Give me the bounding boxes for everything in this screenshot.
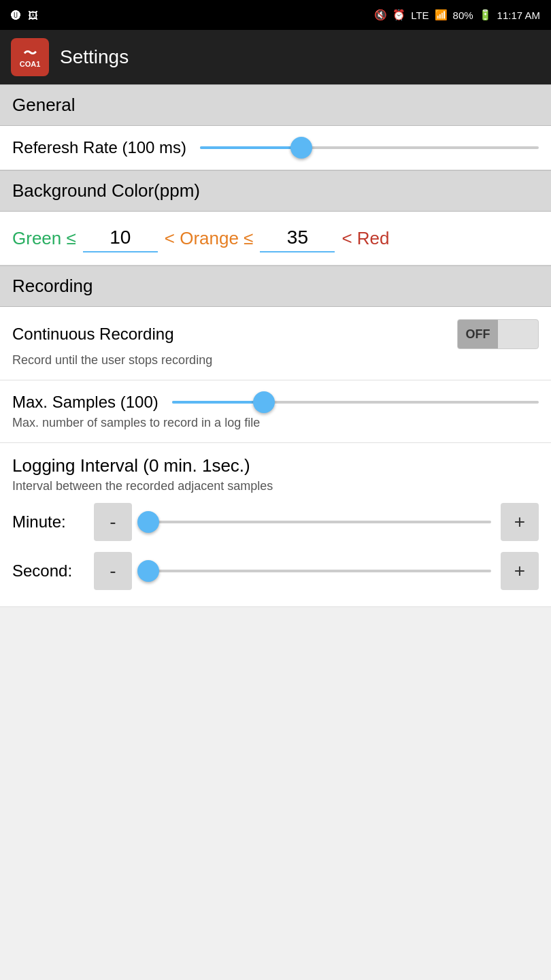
logging-interval-desc: Interval between the recorded adjacent s… — [12, 479, 539, 493]
minute-control: Minute: - + — [12, 503, 539, 541]
toggle-off-label[interactable]: OFF — [458, 320, 498, 348]
mute-icon: 🔇 — [374, 9, 387, 21]
continuous-recording-label: Continuous Recording — [12, 325, 173, 344]
minute-slider[interactable] — [141, 521, 491, 523]
max-samples-label: Max. Samples (100) — [12, 393, 158, 412]
green-value-input[interactable] — [83, 224, 158, 252]
second-control: Second: - + — [12, 552, 539, 590]
image-icon: 🖼 — [28, 10, 38, 21]
general-label: General — [12, 95, 76, 115]
orange-label: < Orange ≤ — [165, 228, 254, 249]
refresh-rate-slider-track[interactable] — [200, 146, 539, 149]
time-display: 11:17 AM — [497, 10, 540, 21]
bg-color-label: Background Color(ppm) — [12, 180, 200, 201]
battery-icon: 🔋 — [479, 9, 492, 21]
minute-increase-button[interactable]: + — [501, 503, 539, 541]
app-icon: 〜 COA1 — [11, 38, 49, 76]
status-bar: 🅤 🖼 🔇 ⏰ LTE 📶 80% 🔋 11:17 AM — [0, 0, 551, 30]
continuous-recording-toggle[interactable]: OFF — [457, 319, 539, 349]
max-samples-desc: Max. number of samples to record in a lo… — [12, 416, 539, 437]
continuous-recording-row: Continuous Recording OFF Record until th… — [0, 307, 551, 380]
recording-label: Recording — [12, 276, 93, 296]
main-content: General Referesh Rate (100 ms) Backgroun… — [0, 84, 551, 980]
app-icon-label: COA1 — [20, 60, 41, 68]
max-samples-slider-fill — [172, 401, 264, 404]
bg-color-section-header: Background Color(ppm) — [0, 170, 551, 212]
second-label: Second: — [12, 561, 87, 581]
refresh-rate-label: Referesh Rate (100 ms) — [12, 138, 186, 157]
minute-decrease-button[interactable]: - — [94, 503, 132, 541]
orange-value-input[interactable] — [260, 224, 335, 252]
continuous-top: Continuous Recording OFF — [12, 319, 539, 349]
max-samples-slider-thumb[interactable] — [253, 391, 275, 413]
refresh-rate-slider-fill — [200, 146, 301, 149]
logging-interval-row: Logging Interval (0 min. 1sec.) Interval… — [0, 443, 551, 607]
waveform-icon: 〜 — [23, 46, 37, 60]
second-slider-thumb[interactable] — [137, 560, 159, 582]
refresh-rate-slider-container[interactable] — [200, 146, 539, 149]
minute-label: Minute: — [12, 512, 87, 532]
toggle-on-area[interactable] — [498, 320, 538, 348]
uc-icon: 🅤 — [11, 10, 21, 21]
logging-interval-title: Logging Interval (0 min. 1sec.) — [12, 455, 539, 476]
second-slider[interactable] — [141, 570, 491, 572]
app-bar-title: Settings — [60, 46, 129, 68]
max-samples-slider-track[interactable] — [172, 401, 539, 404]
refresh-rate-slider-thumb[interactable] — [290, 137, 312, 159]
max-samples-top: Max. Samples (100) — [12, 393, 539, 412]
red-label: < Red — [341, 228, 389, 249]
general-section-header: General — [0, 84, 551, 126]
refresh-rate-row: Referesh Rate (100 ms) — [0, 126, 551, 170]
lte-indicator: LTE — [411, 10, 429, 21]
app-bar: 〜 COA1 Settings — [0, 30, 551, 84]
second-decrease-button[interactable]: - — [94, 552, 132, 590]
status-left-icons: 🅤 🖼 — [11, 10, 38, 21]
alarm-icon: ⏰ — [393, 9, 405, 21]
second-increase-button[interactable]: + — [501, 552, 539, 590]
status-right-info: 🔇 ⏰ LTE 📶 80% 🔋 11:17 AM — [374, 9, 540, 21]
signal-bars-icon: 📶 — [435, 9, 448, 21]
minute-slider-thumb[interactable] — [137, 511, 159, 533]
max-samples-row: Max. Samples (100) Max. number of sample… — [0, 380, 551, 443]
continuous-recording-desc: Record until the user stops recording — [12, 353, 539, 374]
green-label: Green ≤ — [12, 228, 76, 249]
battery-percent: 80% — [453, 10, 473, 21]
color-threshold-row: Green ≤ < Orange ≤ < Red — [0, 212, 551, 265]
max-samples-slider-container[interactable] — [172, 401, 539, 404]
recording-section-header: Recording — [0, 265, 551, 307]
